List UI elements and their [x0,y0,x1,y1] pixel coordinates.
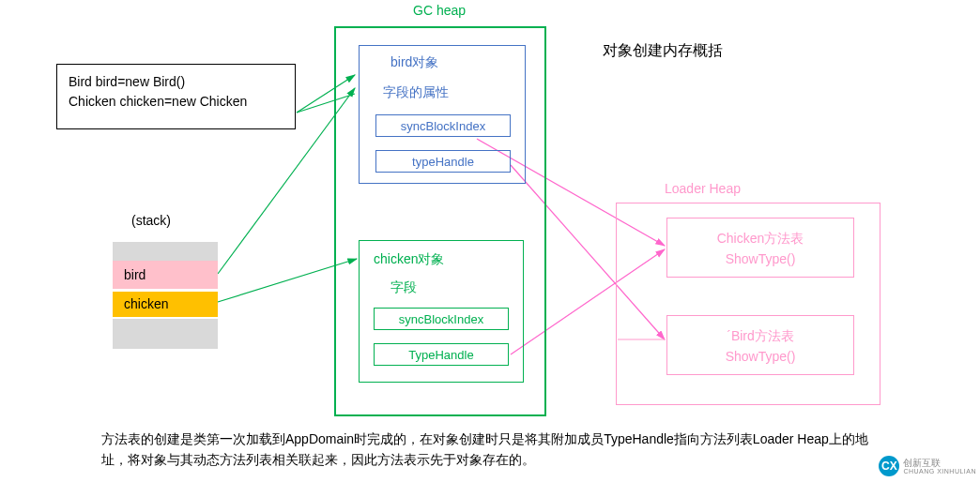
gc-chicken-syncblockindex: syncBlockIndex [374,308,509,330]
code-sample-box: Bird bird=new Bird() Chicken chicken=new… [56,64,296,129]
loader-bird-showtype: ShowType() [667,346,853,367]
gc-chicken-typehandle: TypeHandle [374,343,509,366]
stack-slot-chicken: chicken [113,292,218,317]
diagram-title: 对象创建内存概括 [603,41,723,61]
gc-chicken-title: chicken对象 [374,251,444,268]
gc-bird-typehandle: typeHandle [375,150,511,173]
watermark-brand: 创新互联 [903,458,976,468]
gc-heap-label: GC heap [413,3,466,18]
loader-chicken-showtype: ShowType() [667,249,853,269]
loader-bird-method-table: ´Bird方法表 ShowType() [666,315,854,375]
stack-slot-bird: bird [113,261,218,289]
loader-chicken-name: Chicken方法表 [667,228,853,249]
gc-bird-syncblockindex: syncBlockIndex [375,114,511,137]
watermark: CX 创新互联 CHUANG XINHULIAN [879,456,976,476]
code-line-1: Bird bird=new Bird() [69,72,283,92]
loader-heap-label: Loader Heap [665,181,741,196]
loader-bird-name: ´Bird方法表 [667,325,853,346]
code-line-2: Chicken chicken=new Chicken [69,92,283,112]
loader-chicken-method-table: Chicken方法表 ShowType() [666,218,854,278]
stack-label: (stack) [131,213,171,228]
gc-bird-field-label: 字段的属性 [383,84,449,101]
gc-bird-title: bird对象 [390,54,438,71]
watermark-logo-icon: CX [879,456,899,476]
stack-separator-2 [113,317,218,319]
gc-chicken-field-label: 字段 [390,279,417,296]
watermark-sub: CHUANG XINHULIAN [903,468,976,475]
explanation-paragraph: 方法表的创建是类第一次加载到AppDomain时完成的，在对象创建时只是将其附加… [101,429,871,471]
